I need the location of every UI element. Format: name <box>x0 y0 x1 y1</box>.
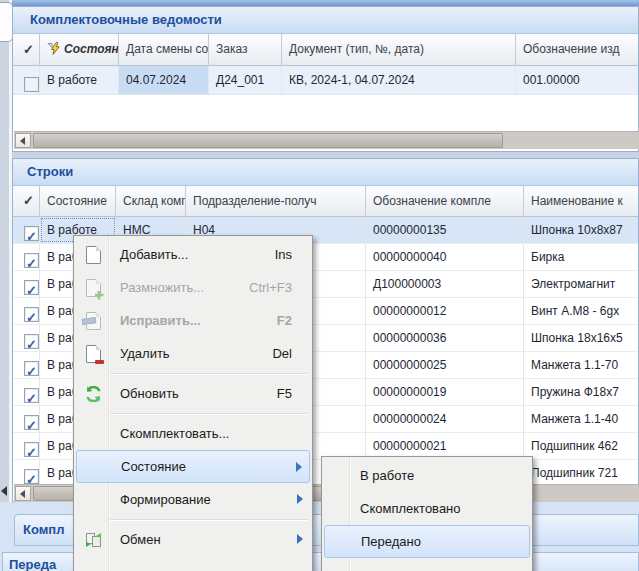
filter-lightning-icon <box>47 42 62 55</box>
menu-item[interactable]: Обмен <box>76 523 310 556</box>
refresh-icon <box>76 386 110 402</box>
sheets-header-order[interactable]: Заказ <box>209 34 282 65</box>
menu-item-label: Передано <box>352 534 421 549</box>
sheets-panel-title: Комплектовочные ведомости <box>13 7 638 34</box>
lines-header-check[interactable]: ✓ <box>13 186 40 216</box>
menu-item-label: Формирование <box>110 492 211 507</box>
menu-item[interactable]: УдалитьDel <box>76 337 310 370</box>
menu-item[interactable]: Добавить...Ins <box>76 238 310 271</box>
designation-cell: 00000000019 <box>366 379 524 405</box>
menu-item-label: Скомплектовать... <box>110 426 229 441</box>
lines-header-name[interactable]: Наименование к <box>524 186 639 216</box>
row-checkbox-cell <box>13 271 40 297</box>
name-cell: Винт А.М8 - 6gх <box>524 298 639 324</box>
designation-cell: 00000000024 <box>366 406 524 432</box>
menu-item[interactable]: Скомплектовать... <box>76 417 310 450</box>
submenu-arrow-icon <box>297 494 303 504</box>
sheets-header-check[interactable]: ✓ <box>13 34 40 65</box>
sheets-panel: Комплектовочные ведомости ✓ Состояни Дат… <box>12 6 639 152</box>
designation-cell: 00000000040 <box>366 244 524 270</box>
menu-item-label: Исправить... <box>110 313 201 328</box>
menu-item-label: Обмен <box>110 532 161 547</box>
menu-item[interactable] <box>324 558 530 571</box>
lines-header-warehouse[interactable]: Склад комп. <box>116 186 186 216</box>
name-cell: Пружина Ф18х7 <box>524 379 639 405</box>
row-checkbox[interactable] <box>24 253 39 268</box>
name-cell: Манжета 1.1-40 <box>524 406 639 432</box>
menu-item[interactable]: В работе <box>324 459 530 492</box>
row-checkbox[interactable] <box>24 307 39 322</box>
menu-item[interactable]: Передано <box>324 525 530 558</box>
sheets-header-date[interactable]: Дата смены сос <box>119 34 209 65</box>
menu-item[interactable]: ОбновитьF5 <box>76 377 310 410</box>
row-checkbox[interactable] <box>24 361 39 376</box>
scroll-left-icon[interactable] <box>15 133 31 148</box>
designation-cell: 00000000025 <box>366 352 524 378</box>
app-window: Комплектовочные ведомости ✓ Состояни Дат… <box>0 0 639 571</box>
designation-cell: 00000000036 <box>366 325 524 351</box>
lines-table-header: ✓ Состояние Склад комп. Подразделение-по… <box>13 186 638 217</box>
menu-item-label: Удалить <box>110 346 170 361</box>
menu-separator <box>74 370 312 377</box>
row-checkbox[interactable] <box>24 280 39 295</box>
menu-item-shortcut: Del <box>272 346 310 361</box>
sheets-hscrollbar[interactable] <box>14 131 639 149</box>
menu-item-label: Состояние <box>111 459 186 474</box>
edit-page-icon <box>76 312 110 330</box>
menu-item[interactable]: Состояние <box>76 450 310 483</box>
menu-separator <box>74 516 312 523</box>
row-checkbox[interactable] <box>24 442 39 457</box>
menu-item[interactable]: Формирование <box>76 483 310 516</box>
row-checkbox[interactable] <box>24 77 39 92</box>
row-checkbox[interactable] <box>24 415 39 430</box>
lines-header-state[interactable]: Состояние <box>40 186 116 216</box>
row-checkbox[interactable] <box>24 469 39 484</box>
menu-item: Исправить...F2 <box>76 304 310 337</box>
document-cell: КВ, 2024-1, 04.07.2024 <box>282 66 516 94</box>
scrollbar-thumb[interactable] <box>33 133 503 148</box>
sheets-table-header: ✓ Состояни Дата смены сос Заказ Документ… <box>13 34 638 66</box>
menu-item-shortcut: F2 <box>277 313 310 328</box>
copy-page-icon <box>76 279 110 297</box>
splitter-collapse-icon[interactable] <box>1 486 7 496</box>
name-cell: Бирка <box>524 244 639 270</box>
name-cell: Подшипник 462 <box>524 433 639 459</box>
add-page-icon <box>76 246 110 264</box>
row-checkbox-cell <box>13 352 40 378</box>
row-checkbox-cell <box>13 325 40 351</box>
menu-item-shortcut: F5 <box>277 386 310 401</box>
row-checkbox-cell <box>13 460 40 486</box>
row-checkbox[interactable] <box>24 226 39 241</box>
menu-item-label: Обновить <box>110 386 179 401</box>
menu-item-shortcut: Ins <box>275 247 310 262</box>
submenu-arrow-icon <box>296 462 302 472</box>
sheets-header-designation[interactable]: Обозначение изд <box>516 34 639 65</box>
lines-panel-title: Строки <box>13 159 638 186</box>
designation-cell: 001.00000 <box>516 66 639 94</box>
designation-cell: 00000000012 <box>366 298 524 324</box>
order-cell: Д24_001 <box>209 66 282 94</box>
name-cell: Манжета 1.1-70 <box>524 352 639 378</box>
row-checkbox[interactable] <box>24 334 39 349</box>
row-checkbox-cell <box>13 379 40 405</box>
menu-item: Размножить...Ctrl+F3 <box>76 271 310 304</box>
row-checkbox-cell <box>13 298 40 324</box>
context-menu: Добавить...InsРазмножить...Ctrl+F3Исправ… <box>73 235 313 571</box>
lines-header-department[interactable]: Подразделение-получ <box>186 186 366 216</box>
row-checkbox-cell <box>13 66 40 94</box>
scroll-left-icon[interactable] <box>15 486 31 501</box>
delete-page-icon <box>76 345 110 363</box>
lines-header-designation[interactable]: Обозначение компле <box>366 186 524 216</box>
table-row[interactable]: В работе 04.07.2024 Д24_001 КВ, 2024-1, … <box>13 66 638 95</box>
menu-item-label: В работе <box>351 468 414 483</box>
sheets-header-state[interactable]: Состояни <box>40 34 119 65</box>
menu-item[interactable]: Скомплектовано <box>324 492 530 525</box>
menu-item[interactable] <box>76 556 310 571</box>
row-checkbox[interactable] <box>24 388 39 403</box>
name-cell: Электромагнит <box>524 271 639 297</box>
row-checkbox-cell <box>13 244 40 270</box>
name-cell: Подшипник 721 <box>524 460 639 486</box>
menu-item-shortcut: Ctrl+F3 <box>249 280 310 295</box>
sheets-header-document[interactable]: Документ (тип, №, дата) <box>282 34 516 65</box>
row-checkbox-cell <box>13 433 40 459</box>
